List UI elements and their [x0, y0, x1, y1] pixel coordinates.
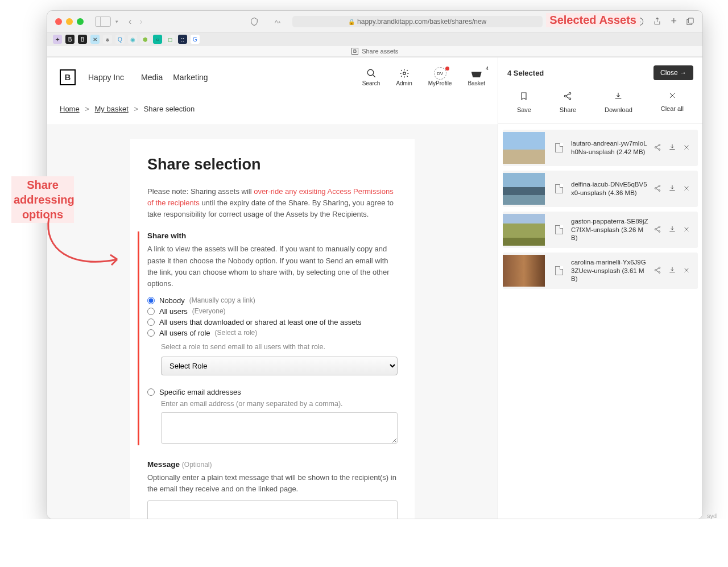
- breadcrumb-home[interactable]: Home: [60, 105, 80, 113]
- panel-share-button[interactable]: Share: [560, 92, 576, 113]
- role-help-text: Select a role to send email to all users…: [161, 343, 398, 351]
- svg-text:A: A: [275, 19, 278, 24]
- message-desc: Optionally enter a plain text message th…: [147, 472, 398, 495]
- asset-thumbnail[interactable]: [503, 214, 545, 246]
- radio-nobody[interactable]: Nobody (Manually copy a link): [147, 295, 398, 306]
- file-icon: [555, 184, 563, 193]
- panel-save-button[interactable]: Save: [517, 92, 531, 113]
- asset-share-icon[interactable]: [653, 266, 661, 276]
- radio-downloaded-users[interactable]: All users that downloaded or shared at l…: [147, 317, 398, 328]
- page-title: Share selection: [147, 156, 398, 173]
- radio-role-users[interactable]: All users of role (Select a role): [147, 328, 398, 338]
- forward-icon: ›: [139, 16, 142, 27]
- download-tray-icon: [614, 92, 623, 103]
- text-size-icon[interactable]: AA: [274, 17, 282, 26]
- asset-download-icon[interactable]: [668, 143, 676, 153]
- asset-filename: gaston-pappaterra-SE89jZC7fXM-unsplash (…: [571, 217, 651, 243]
- svg-point-5: [403, 72, 406, 75]
- role-select[interactable]: Select Role: [161, 357, 398, 375]
- asset-remove-icon[interactable]: [683, 267, 690, 275]
- breadcrumb-basket[interactable]: My basket: [95, 105, 129, 113]
- url-bar[interactable]: 🔒happy.brandkitapp.com/basket/shares/new: [292, 16, 543, 27]
- asset-remove-icon[interactable]: [683, 185, 690, 193]
- email-textarea[interactable]: [161, 412, 398, 444]
- tabs-icon[interactable]: [686, 17, 694, 26]
- share-with-heading: Share with: [147, 231, 398, 240]
- radio-specific-emails[interactable]: Specific email addresses: [147, 387, 398, 398]
- panel-download-button[interactable]: Download: [605, 92, 632, 113]
- asset-thumbnail[interactable]: [503, 132, 545, 164]
- share-icon[interactable]: [653, 17, 661, 26]
- asset-share-icon[interactable]: [653, 225, 661, 235]
- profile-button[interactable]: DV MyProfile: [428, 68, 452, 86]
- asset-download-icon[interactable]: [668, 225, 676, 235]
- svg-point-20: [659, 271, 660, 272]
- new-tab-icon[interactable]: +: [671, 15, 677, 27]
- email-help-text: Enter an email address (or many separate…: [161, 400, 398, 408]
- brand-logo-icon[interactable]: B: [60, 69, 76, 85]
- asset-thumbnail[interactable]: [503, 173, 545, 205]
- back-icon[interactable]: ‹: [129, 16, 131, 27]
- radio-all-users[interactable]: All users (Everyone): [147, 306, 398, 317]
- svg-point-9: [655, 146, 656, 147]
- asset-remove-icon[interactable]: [683, 144, 690, 152]
- asset-filename: lautaro-andreani-yw7mIoLh0Ns-unsplash (2…: [571, 139, 651, 156]
- basket-count: 4: [486, 65, 489, 71]
- asset-share-icon[interactable]: [653, 184, 661, 194]
- svg-rect-3: [688, 18, 693, 23]
- asset-row: gaston-pappaterra-SE89jZC7fXM-unsplash (…: [503, 212, 698, 248]
- search-button[interactable]: Search: [362, 68, 380, 86]
- nav-media[interactable]: Media: [141, 73, 163, 82]
- svg-point-14: [659, 189, 660, 191]
- gear-icon: [399, 68, 410, 79]
- breadcrumb-current: Share selection: [144, 105, 195, 113]
- file-icon: [555, 266, 563, 275]
- selected-count: 4 Selected: [507, 69, 544, 77]
- tab-indicator[interactable]: B Share assets: [47, 46, 702, 57]
- svg-point-12: [655, 187, 656, 188]
- asset-download-icon[interactable]: [668, 184, 676, 194]
- asset-remove-icon[interactable]: [683, 226, 690, 234]
- top-nav: Media Marketing: [141, 73, 208, 82]
- file-icon: [555, 225, 563, 234]
- asset-share-icon[interactable]: [653, 143, 661, 153]
- panel-clear-button[interactable]: Clear all: [661, 92, 684, 113]
- admin-button[interactable]: Admin: [396, 68, 412, 86]
- watermark: syd: [707, 512, 717, 519]
- svg-point-18: [655, 269, 656, 270]
- svg-point-10: [659, 144, 660, 145]
- search-icon: [366, 68, 377, 79]
- selected-assets-panel: 4 Selected Close → Save Share Download: [498, 57, 702, 519]
- company-name[interactable]: Happy Inc: [88, 73, 124, 82]
- app-header: B Happy Inc Media Marketing Search Admin: [47, 57, 498, 101]
- lock-icon: 🔒: [348, 19, 355, 25]
- dropdown-icon[interactable]: ▾: [115, 19, 118, 24]
- notification-dot-icon: [445, 67, 449, 71]
- message-heading: Message (Optional): [147, 460, 398, 469]
- asset-download-icon[interactable]: [668, 266, 676, 276]
- bookmark-icon: [519, 92, 528, 103]
- nav-marketing[interactable]: Marketing: [173, 73, 208, 82]
- svg-point-11: [659, 148, 660, 150]
- traffic-lights[interactable]: [55, 18, 84, 25]
- avatar-icon: DV: [434, 67, 446, 80]
- bookmarks-bar[interactable]: ✦ B B ✕ ⎈ Q ◉ ⬢ ○ ◻ :: G: [47, 32, 702, 46]
- asset-row: carolina-marinelli-Yx6J9G3ZUew-unsplash …: [503, 253, 698, 289]
- asset-list: lautaro-andreani-yw7mIoLh0Ns-unsplash (2…: [498, 124, 702, 295]
- share-nodes-icon: [563, 92, 572, 103]
- svg-point-19: [659, 267, 660, 268]
- svg-point-4: [367, 69, 374, 76]
- asset-thumbnail[interactable]: [503, 255, 545, 287]
- close-icon: [668, 92, 676, 102]
- basket-button[interactable]: 4 Basket: [468, 68, 485, 86]
- share-with-desc: A link to view the assets will be create…: [147, 243, 398, 289]
- svg-text:A: A: [278, 20, 280, 24]
- share-form: Share selection Please note: Sharing ass…: [130, 139, 415, 519]
- message-textarea[interactable]: [147, 500, 398, 519]
- basket-icon: [471, 69, 482, 77]
- privacy-shield-icon[interactable]: [250, 17, 259, 26]
- close-panel-button[interactable]: Close →: [653, 65, 693, 80]
- sidebar-toggle-icon[interactable]: [95, 16, 111, 27]
- permission-note: Please note: Sharing assets will over-ri…: [147, 186, 398, 220]
- file-icon: [555, 143, 563, 152]
